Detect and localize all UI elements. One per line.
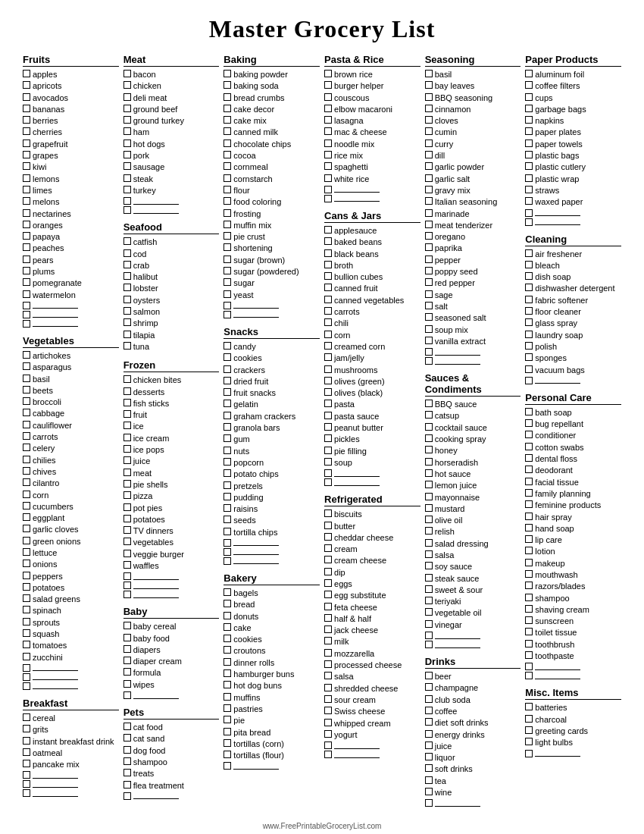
blank-checkbox[interactable]	[123, 206, 131, 214]
list-item[interactable]: conditioner	[525, 430, 621, 441]
list-item[interactable]: olive oil	[425, 515, 521, 525]
checkbox[interactable]	[525, 500, 533, 508]
checkbox[interactable]	[123, 422, 131, 429]
list-item[interactable]: corn	[23, 490, 119, 500]
list-item[interactable]: shrimp	[123, 318, 220, 328]
list-item[interactable]: garbage bags	[525, 104, 621, 114]
checkbox[interactable]	[123, 445, 131, 453]
list-item[interactable]: soft drinks	[425, 763, 521, 774]
checkbox[interactable]	[224, 197, 231, 205]
blank-checkbox[interactable]	[123, 572, 131, 580]
checkbox[interactable]	[324, 318, 332, 326]
checkbox[interactable]	[525, 715, 533, 723]
list-item[interactable]: toothpaste	[525, 651, 621, 661]
list-item[interactable]: dental floss	[525, 453, 621, 464]
list-item[interactable]: eggplant	[23, 513, 119, 523]
checkbox[interactable]	[224, 278, 231, 286]
list-item[interactable]: onions	[23, 559, 119, 569]
list-item[interactable]: mac & cheese	[324, 127, 420, 137]
list-item[interactable]: family planning	[525, 488, 621, 499]
checkbox[interactable]	[425, 325, 433, 333]
list-item[interactable]: celery	[23, 443, 119, 453]
checkbox[interactable]	[525, 443, 533, 450]
checkbox[interactable]	[23, 737, 30, 745]
checkbox[interactable]	[525, 342, 533, 350]
checkbox[interactable]	[123, 127, 131, 135]
checkbox[interactable]	[123, 399, 131, 406]
checkbox[interactable]	[525, 419, 533, 427]
list-item[interactable]: melons	[23, 196, 119, 207]
checkbox[interactable]	[525, 605, 533, 613]
checkbox[interactable]	[525, 331, 533, 338]
checkbox[interactable]	[224, 151, 231, 158]
list-item[interactable]: beer	[425, 671, 521, 682]
list-item[interactable]: creamed corn	[324, 341, 420, 352]
list-item[interactable]: bath soap	[525, 407, 621, 418]
list-item[interactable]: formula	[123, 667, 220, 678]
checkbox[interactable]	[123, 162, 131, 170]
checkbox[interactable]	[224, 186, 231, 193]
list-item[interactable]: tortillas (corn)	[224, 738, 320, 749]
checkbox[interactable]	[224, 388, 231, 396]
list-item[interactable]: frosting	[224, 208, 320, 219]
checkbox[interactable]	[324, 377, 332, 384]
list-item[interactable]: white rice	[324, 174, 420, 184]
checkbox[interactable]	[224, 600, 231, 607]
checkbox[interactable]	[23, 362, 30, 370]
list-item[interactable]: pepper	[425, 255, 521, 265]
checkbox[interactable]	[23, 618, 30, 626]
list-item[interactable]: toilet tissue	[525, 627, 621, 638]
checkbox[interactable]	[224, 739, 231, 747]
list-item[interactable]: plastic cutlery	[525, 161, 621, 172]
checkbox[interactable]	[23, 421, 30, 428]
checkbox[interactable]	[525, 454, 533, 462]
checkbox[interactable]	[324, 140, 332, 147]
list-item[interactable]: berries	[23, 115, 119, 126]
checkbox[interactable]	[324, 603, 332, 610]
blank-checkbox[interactable]	[525, 663, 533, 670]
checkbox[interactable]	[525, 628, 533, 635]
list-item[interactable]: noodle mix	[324, 139, 420, 149]
checkbox[interactable]	[123, 734, 131, 742]
checkbox[interactable]	[224, 93, 231, 101]
checkbox[interactable]	[425, 562, 433, 569]
list-item[interactable]: potato chips	[224, 469, 320, 479]
checkbox[interactable]	[23, 243, 30, 251]
checkbox[interactable]	[324, 434, 332, 442]
blank-checkbox[interactable]	[425, 357, 433, 365]
checkbox[interactable]	[23, 606, 30, 613]
checkbox[interactable]	[123, 151, 131, 158]
list-item[interactable]: mouthwash	[525, 569, 621, 580]
list-item[interactable]: hot dogs	[123, 139, 220, 149]
list-item[interactable]: hair spray	[525, 512, 621, 522]
list-item[interactable]: broccoli	[23, 397, 119, 407]
list-item[interactable]: lemons	[23, 174, 119, 184]
list-item[interactable]: bagels	[224, 588, 320, 598]
list-item[interactable]: bread crumbs	[224, 92, 320, 103]
checkbox[interactable]	[324, 522, 332, 529]
checkbox[interactable]	[425, 730, 433, 738]
list-item[interactable]: peppers	[23, 571, 119, 582]
list-item[interactable]: desserts	[123, 387, 220, 397]
checkbox[interactable]	[123, 434, 131, 441]
list-item[interactable]: teriyaki	[425, 596, 521, 607]
checkbox[interactable]	[224, 516, 231, 523]
list-item[interactable]: pizza	[123, 491, 220, 501]
list-item[interactable]: pie filling	[324, 446, 420, 456]
list-item[interactable]: veggie burger	[123, 549, 220, 560]
list-item[interactable]: mushrooms	[324, 365, 420, 375]
list-item[interactable]: salsa	[324, 671, 420, 682]
checkbox[interactable]	[123, 668, 131, 676]
list-item[interactable]: cake decor	[224, 104, 320, 114]
checkbox[interactable]	[324, 249, 332, 257]
checkbox[interactable]	[425, 400, 433, 407]
checkbox[interactable]	[425, 290, 433, 298]
list-item[interactable]: ground beef	[123, 104, 220, 114]
list-item[interactable]: salt	[425, 301, 521, 312]
list-item[interactable]: limes	[23, 185, 119, 196]
list-item[interactable]: cumin	[425, 127, 521, 137]
checkbox[interactable]	[123, 284, 131, 291]
list-item[interactable]: energy drinks	[425, 729, 521, 740]
checkbox[interactable]	[324, 105, 332, 112]
checkbox[interactable]	[525, 570, 533, 578]
